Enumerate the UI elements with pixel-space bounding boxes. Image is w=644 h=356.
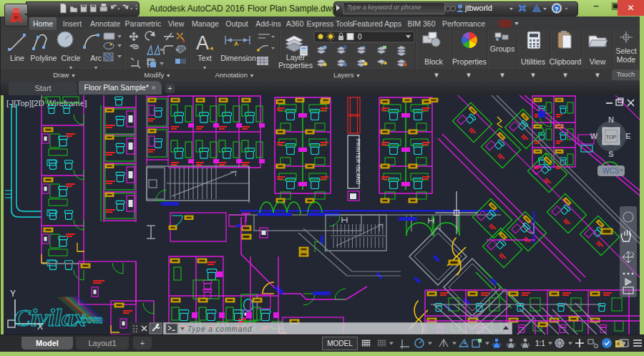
svg-text:?: ? (555, 6, 559, 13)
svg-text:0: 0 (358, 33, 362, 41)
svg-text:N: N (608, 115, 614, 124)
svg-text:W: W (590, 132, 598, 140)
svg-text:.com: .com (79, 312, 103, 326)
svg-text:S: S (608, 150, 613, 158)
svg-text:Type a command: Type a command (187, 325, 253, 333)
svg-text:jtbworld: jtbworld (464, 4, 492, 12)
svg-text:TOP: TOP (606, 135, 617, 140)
svg-text:Y: Y (10, 289, 16, 299)
svg-text:PRINTER ISLAND: PRINTER ISLAND (355, 139, 361, 185)
svg-text:Civilax: Civilax (14, 304, 86, 331)
svg-text:A: A (196, 32, 209, 54)
svg-text:1:1: 1:1 (535, 340, 545, 347)
svg-text:WCS: WCS (602, 167, 620, 175)
svg-text:E: E (625, 132, 630, 140)
